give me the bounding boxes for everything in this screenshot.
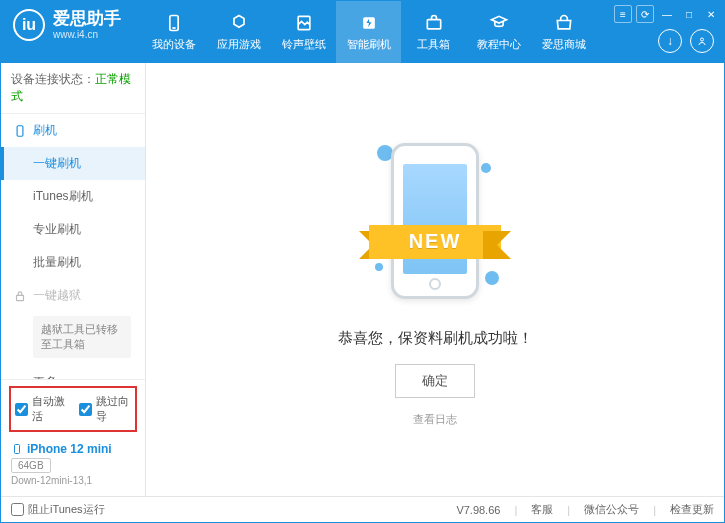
auto-activate-checkbox[interactable]: 自动激活 xyxy=(15,394,67,424)
phone-icon xyxy=(13,124,27,138)
device-sublabel: Down-12mini-13,1 xyxy=(11,475,135,486)
titlebar: iu 爱思助手 www.i4.cn 我的设备 应用游戏 铃声壁纸 智能刷机 工具… xyxy=(1,1,724,63)
apps-icon xyxy=(229,13,249,33)
flash-icon xyxy=(359,13,379,33)
nav-shop[interactable]: 爱思商城 xyxy=(531,1,596,63)
nav-label: 教程中心 xyxy=(477,37,521,52)
maximize-button[interactable]: □ xyxy=(680,5,698,23)
device-storage: 64GB xyxy=(11,458,51,473)
success-message: 恭喜您，保资料刷机成功啦！ xyxy=(338,329,533,348)
phone-icon xyxy=(164,13,184,33)
checkbox-label: 阻止iTunes运行 xyxy=(28,502,105,517)
version-label: V7.98.66 xyxy=(456,504,500,516)
wallpaper-icon xyxy=(294,13,314,33)
ok-button[interactable]: 确定 xyxy=(395,364,475,398)
toolbox-icon xyxy=(424,13,444,33)
nav-flash[interactable]: 智能刷机 xyxy=(336,1,401,63)
group-label: 刷机 xyxy=(33,122,57,139)
device-name: iPhone 12 mini xyxy=(11,442,135,456)
phone-icon xyxy=(11,443,23,455)
check-update-link[interactable]: 检查更新 xyxy=(670,502,714,517)
main-content: NEW 恭喜您，保资料刷机成功啦！ 确定 查看日志 xyxy=(146,63,724,496)
refresh-icon[interactable]: ⟳ xyxy=(636,5,654,23)
nav-label: 爱思商城 xyxy=(542,37,586,52)
app-logo-icon: iu xyxy=(13,9,45,41)
sidebar-group-jailbreak: 一键越狱 xyxy=(1,279,145,312)
jailbreak-moved-note: 越狱工具已转移至工具箱 xyxy=(33,316,131,358)
device-info[interactable]: iPhone 12 mini 64GB Down-12mini-13,1 xyxy=(9,438,137,490)
block-itunes-checkbox[interactable]: 阻止iTunes运行 xyxy=(11,502,105,517)
banner-text: NEW xyxy=(369,225,501,259)
options-highlight-box: 自动激活 跳过向导 xyxy=(9,386,137,432)
wechat-link[interactable]: 微信公众号 xyxy=(584,502,639,517)
status-bar: 阻止iTunes运行 V7.98.66 | 客服 | 微信公众号 | 检查更新 xyxy=(1,496,724,522)
success-illustration: NEW xyxy=(375,133,495,313)
nav-my-device[interactable]: 我的设备 xyxy=(141,1,206,63)
top-nav: 我的设备 应用游戏 铃声壁纸 智能刷机 工具箱 教程中心 爱思商城 xyxy=(141,1,596,63)
close-button[interactable]: ✕ xyxy=(702,5,720,23)
nav-apps[interactable]: 应用游戏 xyxy=(206,1,271,63)
svg-rect-11 xyxy=(15,445,20,454)
window-controls: ≡ ⟳ — □ ✕ xyxy=(610,1,724,27)
sidebar-group-flash[interactable]: 刷机 xyxy=(1,114,145,147)
nav-label: 铃声壁纸 xyxy=(282,37,326,52)
svg-rect-6 xyxy=(17,125,23,136)
svg-point-5 xyxy=(701,38,704,41)
connection-label: 设备连接状态： xyxy=(11,72,95,86)
sidebar: 设备连接状态：正常模式 刷机 一键刷机 iTunes刷机 专业刷机 批量刷机 一… xyxy=(1,63,146,496)
nav-toolbox[interactable]: 工具箱 xyxy=(401,1,466,63)
group-label: 一键越狱 xyxy=(33,287,81,304)
nav-label: 应用游戏 xyxy=(217,37,261,52)
menu-icon[interactable]: ≡ xyxy=(614,5,632,23)
connection-status: 设备连接状态：正常模式 xyxy=(1,63,145,114)
skip-guide-checkbox[interactable]: 跳过向导 xyxy=(79,394,131,424)
tutorial-icon xyxy=(489,13,509,33)
app-url: www.i4.cn xyxy=(53,29,121,41)
user-icon[interactable] xyxy=(690,29,714,53)
nav-ringtone[interactable]: 铃声壁纸 xyxy=(271,1,336,63)
sidebar-item-pro-flash[interactable]: 专业刷机 xyxy=(1,213,145,246)
nav-label: 智能刷机 xyxy=(347,37,391,52)
sidebar-group-more[interactable]: 更多 xyxy=(1,366,145,379)
minimize-button[interactable]: — xyxy=(658,5,676,23)
app-name: 爱思助手 xyxy=(53,9,121,29)
nav-label: 我的设备 xyxy=(152,37,196,52)
app-window: iu 爱思助手 www.i4.cn 我的设备 应用游戏 铃声壁纸 智能刷机 工具… xyxy=(0,0,725,523)
svg-rect-7 xyxy=(17,295,24,300)
view-log-link[interactable]: 查看日志 xyxy=(413,412,457,427)
nav-tutorial[interactable]: 教程中心 xyxy=(466,1,531,63)
new-banner: NEW xyxy=(359,225,511,269)
nav-label: 工具箱 xyxy=(417,37,450,52)
checkbox-label: 跳过向导 xyxy=(96,394,131,424)
service-link[interactable]: 客服 xyxy=(531,502,553,517)
logo-area: iu 爱思助手 www.i4.cn xyxy=(1,1,133,49)
checkbox-label: 自动激活 xyxy=(32,394,67,424)
lock-icon xyxy=(13,289,27,303)
svg-rect-4 xyxy=(427,19,440,28)
sidebar-item-itunes-flash[interactable]: iTunes刷机 xyxy=(1,180,145,213)
sidebar-item-oneclick-flash[interactable]: 一键刷机 xyxy=(1,147,145,180)
shop-icon xyxy=(554,13,574,33)
download-icon[interactable]: ↓ xyxy=(658,29,682,53)
sidebar-item-batch-flash[interactable]: 批量刷机 xyxy=(1,246,145,279)
